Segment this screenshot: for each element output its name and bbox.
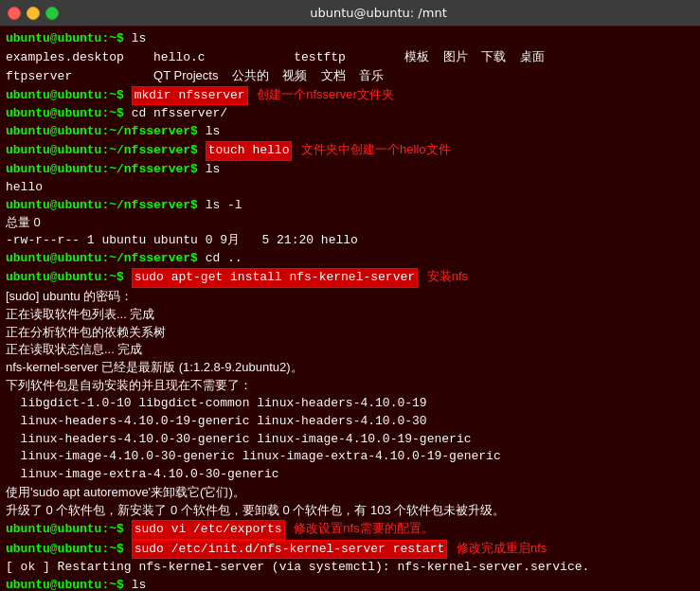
highlighted-cmd: sudo /etc/init.d/nfs-kernel-server resta… <box>132 540 448 560</box>
highlighted-cmd: sudo vi /etc/exports <box>132 520 285 540</box>
terminal-line: linux-headers-4.10.0-19-generic linux-he… <box>6 413 694 431</box>
terminal-line: -rw-r--r-- 1 ubuntu ubuntu 0 9月 5 21:20 … <box>6 232 694 250</box>
window-title: ubuntu@ubuntu: /mnt <box>64 6 692 20</box>
terminal-line: examples.desktop hello.c testftp 模板 图片 下… <box>6 48 694 67</box>
prompt: ubuntu@ubuntu:~/nfsserver$ <box>6 161 206 179</box>
output-text: libgdict-1.0-10 libgdict-common linux-he… <box>6 395 427 413</box>
titlebar: ubuntu@ubuntu: /mnt <box>0 0 700 27</box>
terminal-line: ubuntu@ubuntu:~$ ls <box>6 30 694 48</box>
terminal-line: ubuntu@ubuntu:~$ sudo /etc/init.d/nfs-ke… <box>6 540 694 560</box>
terminal-line: ubuntu@ubuntu:~/nfsserver$ ls <box>6 161 694 179</box>
terminal-line: ubuntu@ubuntu:~$ mkdir nfsserver 创建一个nfs… <box>6 86 694 106</box>
terminal-line: 使用'sudo apt autoremove'来卸载它(它们)。 <box>6 484 694 502</box>
prompt: ubuntu@ubuntu:~/nfsserver$ <box>6 250 206 268</box>
cmd: ls <box>206 161 221 179</box>
terminal-line: ubuntu@ubuntu:~$ cd nfsserver/ <box>6 105 694 123</box>
output-text: linux-headers-4.10.0-19-generic linux-he… <box>6 413 427 431</box>
output-text: 下列软件包是自动安装的并且现在不需要了： <box>6 377 252 395</box>
cmd: cd nfsserver/ <box>132 105 227 123</box>
output-text: 正在分析软件包的依赖关系树 <box>6 324 166 342</box>
terminal-line: 正在读取软件包列表... 完成 <box>6 306 694 324</box>
prompt: ubuntu@ubuntu:~$ <box>6 577 132 591</box>
cmd: cd .. <box>206 250 242 268</box>
cmd: ls <box>132 577 147 591</box>
cmd: ls <box>206 123 221 141</box>
highlighted-cmd: touch hello <box>206 141 293 161</box>
terminal-line: linux-image-extra-4.10.0-30-generic <box>6 466 694 484</box>
terminal-line: ubuntu@ubuntu:~$ ls <box>6 577 694 591</box>
terminal-line: ubuntu@ubuntu:~/nfsserver$ touch hello 文… <box>6 141 694 161</box>
terminal-line: nfs-kernel-server 已经是最新版 (1:1.2.8-9.2ubu… <box>6 359 694 377</box>
output-text: -rw-r--r-- 1 ubuntu ubuntu 0 9月 5 21:20 … <box>6 232 358 250</box>
terminal-line: ubuntu@ubuntu:~/nfsserver$ ls <box>6 123 694 141</box>
terminal-line: libgdict-1.0-10 libgdict-common linux-he… <box>6 395 694 413</box>
cmd: ls <box>132 30 147 48</box>
maximize-button[interactable] <box>45 7 59 20</box>
prompt: ubuntu@ubuntu:~$ <box>6 30 132 48</box>
terminal-line: 下列软件包是自动安装的并且现在不需要了： <box>6 377 694 395</box>
prompt: ubuntu@ubuntu:~$ <box>6 269 132 287</box>
annotation: 修改完成重启nfs <box>453 540 547 558</box>
terminal-line: 正在读取状态信息... 完成 <box>6 341 694 359</box>
prompt: ubuntu@ubuntu:~$ <box>6 541 132 559</box>
prompt: ubuntu@ubuntu:~$ <box>6 105 132 123</box>
highlighted-cmd: mkdir nfsserver <box>132 86 248 106</box>
terminal-line: ubuntu@ubuntu:~/nfsserver$ ls -l <box>6 197 694 215</box>
output-text: ftpserver <box>6 68 153 86</box>
terminal-line: ubuntu@ubuntu:~/nfsserver$ cd .. <box>6 250 694 268</box>
annotation: 安装nfs <box>423 268 468 286</box>
close-button[interactable] <box>8 7 21 20</box>
annotation: 创建一个nfsserver文件夹 <box>254 86 394 104</box>
highlighted-cmd: sudo apt-get install nfs-kernel-server <box>132 268 418 288</box>
output-text: 正在读取状态信息... 完成 <box>6 341 142 359</box>
terminal-line: 总量 0 <box>6 214 694 232</box>
output-text: 使用'sudo apt autoremove'来卸载它(它们)。 <box>6 484 245 502</box>
minimize-button[interactable] <box>27 7 40 20</box>
terminal-line: ftpserver QT Projects 公共的 视频 文档 音乐 <box>6 67 694 86</box>
annotation: 文件夹中创建一个hello文件 <box>297 141 450 159</box>
output-text: [ ok ] Restarting nfs-kernel-server (via… <box>6 559 589 577</box>
terminal-line: ubuntu@ubuntu:~$ sudo vi /etc/exports 修改… <box>6 520 694 540</box>
output-text: [sudo] ubuntu 的密码： <box>6 288 133 306</box>
annotation: 修改设置nfs需要的配置。 <box>291 520 434 538</box>
prompt: ubuntu@ubuntu:~$ <box>6 521 132 539</box>
terminal-line: ubuntu@ubuntu:~$ sudo apt-get install nf… <box>6 268 694 288</box>
output-text: 总量 0 <box>6 214 41 232</box>
terminal-line: linux-image-4.10.0-30-generic linux-imag… <box>6 448 694 466</box>
output-text: hello <box>6 179 43 197</box>
cmd: ls -l <box>206 197 242 215</box>
output-text: examples.desktop hello.c testftp <box>6 49 404 67</box>
terminal-body[interactable]: ubuntu@ubuntu:~$ ls examples.desktop hel… <box>0 27 700 591</box>
output-text: 升级了 0 个软件包，新安装了 0 个软件包，要卸载 0 个软件包，有 103 … <box>6 502 505 520</box>
output-text: nfs-kernel-server 已经是最新版 (1:1.2.8-9.2ubu… <box>6 359 303 377</box>
prompt: ubuntu@ubuntu:~/nfsserver$ <box>6 123 206 141</box>
prompt: ubuntu@ubuntu:~$ <box>6 87 132 105</box>
prompt: ubuntu@ubuntu:~/nfsserver$ <box>6 142 206 160</box>
output-text: linux-image-4.10.0-30-generic linux-imag… <box>6 448 501 466</box>
terminal-line: hello <box>6 179 694 197</box>
output-text: 正在读取软件包列表... 完成 <box>6 306 154 324</box>
terminal-line: linux-headers-4.10.0-30-generic linux-im… <box>6 431 694 449</box>
terminal-line: 正在分析软件包的依赖关系树 <box>6 324 694 342</box>
prompt: ubuntu@ubuntu:~/nfsserver$ <box>6 197 206 215</box>
output-text: linux-image-extra-4.10.0-30-generic <box>6 466 279 484</box>
terminal-line: [ ok ] Restarting nfs-kernel-server (via… <box>6 559 694 577</box>
output-text: linux-headers-4.10.0-30-generic linux-im… <box>6 431 471 449</box>
terminal-line: 升级了 0 个软件包，新安装了 0 个软件包，要卸载 0 个软件包，有 103 … <box>6 502 694 520</box>
terminal-line: [sudo] ubuntu 的密码： <box>6 288 694 306</box>
